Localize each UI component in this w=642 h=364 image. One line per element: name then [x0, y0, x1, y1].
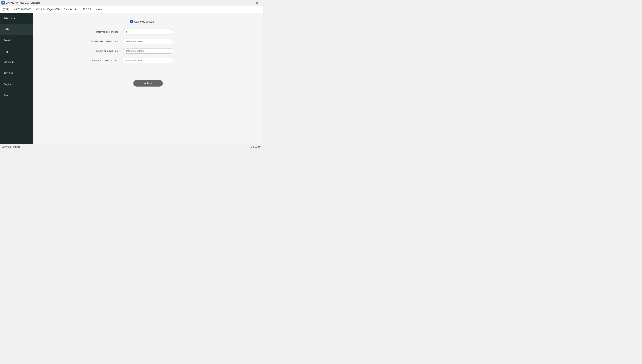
timeout-envio-label: Timeout de envio (ms):	[76, 50, 119, 52]
timeout-envio-input[interactable]	[123, 48, 173, 54]
info-ip: 127.0.0.1	[81, 8, 91, 11]
timeout-conexao-label: Timeout de conexão (ms):	[76, 40, 119, 43]
tentativas-input[interactable]	[123, 29, 173, 34]
info-version: v.5.3.0.0-100-gc4f375b	[36, 8, 60, 11]
app-icon: D	[2, 1, 5, 4]
apply-button[interactable]: Aplicar	[133, 80, 163, 86]
info-ns: NS TCA0000000	[14, 8, 31, 11]
tentativas-label: Tentativas de conexão:	[76, 30, 119, 33]
app-container: (DXP) NS TCA0000000 v.5.3.0.0-100-gc4f37…	[0, 6, 263, 149]
status-ip: 127.0.0.1	[2, 146, 11, 148]
close-button[interactable]: ✕	[253, 0, 261, 6]
sidebar-item-ms-capi[interactable]: MS CAPI	[0, 57, 33, 68]
timeout-recepcao-row: Timeout de recepção (ms):	[76, 58, 220, 63]
info-remote: Remote Não	[64, 8, 77, 11]
sidebar-item-engine[interactable]: Engine	[0, 79, 33, 90]
timeout-conexao-row: Timeout de conexão (ms):	[76, 39, 220, 44]
info-dxp: (DXP)	[3, 8, 9, 11]
info-bar: (DXP) NS TCA0000000 v.5.3.0.0-100-gc4f37…	[0, 6, 263, 13]
cache-sessao-row: Cache de sessão	[130, 20, 220, 23]
form-section: Cache de sessão Tentativas de conexão: T…	[76, 20, 220, 86]
timeout-envio-row: Timeout de envio (ms):	[76, 48, 220, 54]
status-branch: master	[13, 146, 20, 148]
sidebar-item-tela-inicial[interactable]: Tela Inicial	[0, 13, 33, 24]
tentativas-row: Tentativas de conexão:	[76, 29, 220, 34]
timeout-conexao-input[interactable]	[123, 39, 173, 44]
sidebar-item-sessao[interactable]: Sessão	[0, 35, 33, 46]
main-content: Cache de sessão Tentativas de conexão: T…	[33, 13, 263, 144]
status-bar: 127.0.0.1 master v 4.13.0.0	[0, 144, 263, 149]
sidebar-item-sair[interactable]: Sair	[0, 90, 33, 101]
status-left: 127.0.0.1 master	[2, 146, 20, 148]
info-branch: master	[96, 8, 103, 11]
minimize-button[interactable]: ─	[236, 0, 244, 6]
sidebar-item-log[interactable]: Log	[0, 46, 33, 57]
title-bar: D DINAMOcon - KEY-STATION\Nadia ─ □ ✕	[0, 0, 263, 6]
sidebar-item-hsm[interactable]: HSM	[0, 24, 33, 35]
body: Tela Inicial HSM Sessão Log MS CAPI PKCS…	[0, 13, 263, 144]
timeout-recepcao-input[interactable]	[123, 58, 173, 63]
window-title: DINAMOcon - KEY-STATION\Nadia	[6, 2, 236, 4]
timeout-recepcao-label: Timeout de recepção (ms):	[76, 59, 119, 62]
window-controls: ─ □ ✕	[236, 0, 261, 6]
status-version: v 4.13.0.0	[251, 146, 260, 148]
cache-sessao-checkbox[interactable]	[130, 20, 133, 23]
maximize-button[interactable]: □	[244, 0, 253, 6]
sidebar-item-pkcs11[interactable]: PKCS#11	[0, 68, 33, 79]
sidebar: Tela Inicial HSM Sessão Log MS CAPI PKCS…	[0, 13, 33, 144]
cache-sessao-label: Cache de sessão	[134, 20, 154, 23]
